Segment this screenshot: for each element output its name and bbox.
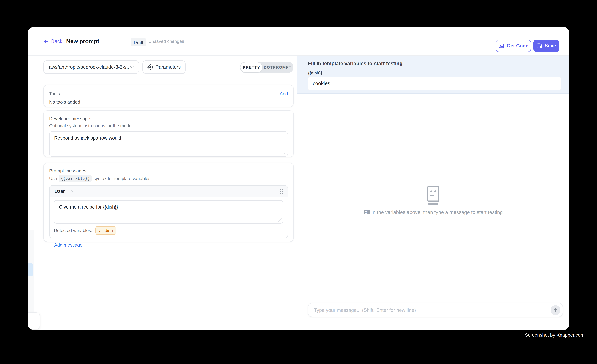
toggle-option-dotprompt[interactable]: DOTPROMPT (262, 62, 293, 72)
arrow-up-icon (553, 308, 558, 313)
get-code-button[interactable]: Get Code (496, 40, 531, 52)
hint-suffix: syntax for template variables (94, 176, 150, 181)
variable-code-chip: {{variable}} (59, 175, 92, 182)
get-code-label: Get Code (507, 43, 528, 49)
chat-input[interactable]: Type your message... (Shift+Enter for ne… (308, 303, 563, 317)
prompt-messages-title: Prompt messages (49, 168, 288, 174)
parameters-button[interactable]: Parameters (142, 60, 186, 74)
sidebar-active-item[interactable] (28, 263, 33, 276)
app-window: Back New prompt Draft Unsaved changes Ge… (28, 27, 569, 330)
chevron-down-icon (129, 64, 135, 70)
tools-title: Tools (49, 91, 60, 96)
robot-face-icon (426, 186, 440, 205)
tester-panel: Fill in template variables to start test… (297, 56, 569, 330)
add-tool-button[interactable]: Add (275, 91, 288, 97)
watermark: Screenshot by Xnapper.com (525, 332, 584, 338)
message-block: User Give me a recipe for {{dish}} Detec… (49, 185, 288, 238)
edit-icon (99, 228, 103, 233)
parameters-label: Parameters (156, 64, 181, 70)
unsaved-changes-text: Unsaved changes (148, 27, 184, 56)
variable-name-label: {{dish}} (308, 71, 322, 75)
add-message-label: Add message (54, 242, 82, 248)
developer-message-title: Developer message (49, 116, 288, 121)
message-textarea[interactable]: Give me a recipe for {{dish}} (54, 200, 283, 224)
message-header: User (49, 186, 288, 197)
empty-state-text: Fill in the variables above, then type a… (297, 210, 569, 215)
empty-state: Fill in the variables above, then type a… (297, 186, 569, 215)
plus-icon (275, 91, 278, 97)
variable-badge-label: dish (105, 228, 113, 233)
tools-empty-text: No tools added (49, 99, 288, 105)
variable-value-input[interactable] (308, 77, 561, 90)
developer-message-card: Developer message Optional system instru… (43, 110, 294, 157)
resize-grip-icon[interactable] (278, 218, 282, 222)
back-label: Back (51, 38, 62, 44)
role-label: User (55, 189, 65, 194)
save-icon (536, 43, 542, 49)
add-message-button[interactable]: Add message (49, 242, 288, 248)
corner-popover (28, 312, 40, 329)
model-selector-value: aws/anthropic/bedrock-claude-3-5-s... (49, 64, 129, 70)
developer-message-textarea[interactable]: Respond as jack sparrow would (49, 131, 288, 157)
page-title: New prompt (66, 27, 99, 56)
terminal-icon (498, 43, 504, 49)
prompt-messages-card: Prompt messages Use {{variable}} syntax … (43, 163, 294, 242)
template-hint: Use {{variable}} syntax for template var… (49, 175, 288, 182)
plus-icon (49, 242, 53, 248)
chevron-down-icon (70, 189, 75, 194)
chat-input-placeholder: Type your message... (Shift+Enter for ne… (314, 303, 416, 317)
message-body: Give me a recipe for {{dish}} Detected v… (49, 197, 288, 238)
gear-icon (147, 64, 153, 70)
draft-badge: Draft (131, 38, 146, 46)
detected-variables-label: Detected variables: (54, 228, 92, 233)
drag-handle[interactable] (280, 189, 283, 194)
toggle-option-pretty[interactable]: PRETTY (240, 62, 262, 72)
format-toggle: PRETTY DOTPROMPT (240, 62, 293, 73)
role-selector[interactable]: User (55, 189, 75, 194)
developer-message-subtitle: Optional system instructions for the mod… (49, 123, 288, 128)
save-label: Save (545, 43, 556, 49)
tools-card: Tools Add No tools added (43, 85, 294, 107)
resize-grip-icon[interactable] (283, 151, 287, 155)
variable-badge[interactable]: dish (95, 226, 116, 235)
send-button[interactable] (550, 305, 560, 315)
save-button[interactable]: Save (533, 40, 559, 52)
add-tool-label: Add (280, 91, 288, 96)
model-selector[interactable]: aws/anthropic/bedrock-claude-3-5-s... (43, 60, 139, 74)
hint-prefix: Use (49, 176, 57, 181)
header-bar: Back New prompt Draft Unsaved changes Ge… (28, 27, 569, 56)
arrow-left-icon (43, 38, 49, 44)
back-button[interactable]: Back (43, 27, 62, 56)
variables-title: Fill in template variables to start test… (308, 61, 403, 66)
variables-header: Fill in template variables to start test… (297, 56, 569, 94)
